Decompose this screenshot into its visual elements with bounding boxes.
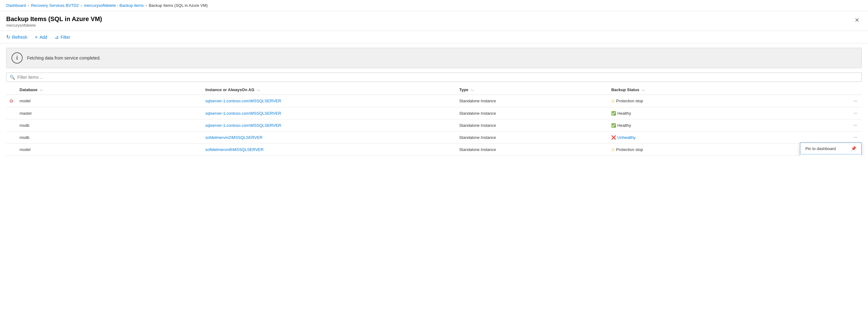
row-status-icon bbox=[6, 119, 17, 132]
col-backup-status: Backup Status ↑↓ bbox=[608, 85, 777, 95]
table-row: mastersqlserver-1.contoso.com\MSSQLSERVE… bbox=[6, 107, 862, 119]
filter-icon: ⊿ bbox=[55, 34, 59, 40]
col-actions bbox=[777, 85, 862, 95]
table-row: msdbsqlserver-1.contoso.com\MSSQLSERVERS… bbox=[6, 119, 862, 132]
search-icon: 🔍 bbox=[10, 75, 15, 80]
close-button[interactable]: ✕ bbox=[852, 15, 862, 25]
col-icon bbox=[6, 85, 17, 95]
sort-icon-type[interactable]: ↑↓ bbox=[471, 88, 474, 92]
ellipsis-button[interactable]: ··· bbox=[852, 135, 859, 140]
cell-instance[interactable]: sqlserver-1.contoso.com\MSSQLSERVER bbox=[202, 107, 456, 119]
cell-instance[interactable]: sofdelmervm2\MSSQLSERVER bbox=[202, 132, 456, 143]
info-bar: i Fetching data from service completed. bbox=[6, 48, 862, 68]
breadcrumb-recovery[interactable]: Recovery Services BVTD2 bbox=[31, 3, 79, 8]
cell-type: Standalone Instance bbox=[456, 107, 608, 119]
row-status-icon bbox=[6, 132, 17, 143]
cell-instance[interactable]: softdelmervm6\MSSQLSERVER bbox=[202, 143, 456, 156]
cell-database: msdb bbox=[17, 119, 202, 132]
filter-input[interactable] bbox=[18, 75, 858, 80]
instance-link[interactable]: sqlserver-1.contoso.com\MSSQLSERVER bbox=[205, 123, 281, 128]
cell-database: master bbox=[17, 107, 202, 119]
context-menu-item[interactable]: Pin to dashboard📌 bbox=[800, 143, 862, 154]
filter-button[interactable]: ⊿ Filter bbox=[55, 34, 70, 40]
healthy-icon: ✅ bbox=[611, 123, 617, 128]
status-text: Healthy bbox=[617, 111, 631, 116]
warning-icon: ⚠ bbox=[611, 147, 616, 152]
context-menu-item[interactable]: Backup now bbox=[800, 154, 862, 156]
refresh-label: Refresh bbox=[12, 35, 27, 40]
instance-link[interactable]: softdelmervm6\MSSQLSERVER bbox=[205, 147, 264, 152]
cell-backup-status: ✅ Healthy bbox=[608, 107, 777, 119]
stop-icon: ⊖ bbox=[9, 98, 13, 104]
breadcrumb-backup-items[interactable]: mercurysoftdelete - Backup items bbox=[84, 3, 144, 8]
sort-icon-status[interactable]: ↑↓ bbox=[642, 88, 645, 92]
cell-database: model bbox=[17, 143, 202, 156]
refresh-button[interactable]: ↻ Refresh bbox=[6, 34, 27, 40]
cell-database: model bbox=[17, 95, 202, 107]
cell-instance[interactable]: sqlserver-1.contoso.com\MSSQLSERVER bbox=[202, 119, 456, 132]
ellipsis-button[interactable]: ··· bbox=[852, 123, 859, 128]
add-label: Add bbox=[39, 35, 47, 40]
page-title: Backup Items (SQL in Azure VM) bbox=[6, 15, 102, 23]
cell-instance[interactable]: sqlserver-1.contoso.com\MSSQLSERVER bbox=[202, 95, 456, 107]
add-icon: + bbox=[35, 34, 37, 40]
status-text: Protection stop bbox=[616, 147, 643, 152]
table-container: Database ↑↓ Instance or AlwaysOn AG ↑↓ T… bbox=[6, 85, 862, 156]
page-header: Backup Items (SQL in Azure VM) mercuryso… bbox=[0, 11, 868, 31]
instance-link[interactable]: sqlserver-1.contoso.com\MSSQLSERVER bbox=[205, 99, 281, 103]
row-status-icon bbox=[6, 107, 17, 119]
page-subtitle: mercurysoftdelete bbox=[6, 23, 102, 28]
unhealthy-icon: ❌ bbox=[611, 135, 617, 140]
col-instance: Instance or AlwaysOn AG ↑↓ bbox=[202, 85, 456, 95]
add-button[interactable]: + Add bbox=[35, 34, 47, 40]
instance-link[interactable]: sofdelmervm2\MSSQLSERVER bbox=[205, 135, 262, 140]
col-database: Database ↑↓ bbox=[17, 85, 202, 95]
status-text: Healthy bbox=[617, 123, 631, 128]
col-type: Type ↑↓ bbox=[456, 85, 608, 95]
cell-type: Standalone Instance bbox=[456, 143, 608, 156]
breadcrumb-current: Backup Items (SQL in Azure VM) bbox=[149, 3, 208, 8]
cell-type: Standalone Instance bbox=[456, 119, 608, 132]
status-text: Protection stop bbox=[616, 99, 643, 103]
ellipsis-button[interactable]: ··· bbox=[852, 110, 859, 116]
warning-icon: ⚠ bbox=[611, 99, 616, 103]
cell-backup-status: ✅ Healthy bbox=[608, 119, 777, 132]
table-row: msdbsofdelmervm2\MSSQLSERVERStandalone I… bbox=[6, 132, 862, 143]
refresh-icon: ↻ bbox=[6, 34, 10, 40]
breadcrumb: Dashboard › Recovery Services BVTD2 › me… bbox=[0, 0, 868, 11]
cell-database: msdb bbox=[17, 132, 202, 143]
cell-actions: ··· bbox=[777, 119, 862, 132]
ellipsis-button[interactable]: ··· bbox=[852, 98, 859, 104]
context-menu: Pin to dashboard📌Backup nowRestoreStop b… bbox=[800, 142, 862, 156]
filter-label: Filter bbox=[61, 35, 70, 40]
table-row: modelsoftdelmervm6\MSSQLSERVERStandalone… bbox=[6, 143, 862, 156]
table-header-row: Database ↑↓ Instance or AlwaysOn AG ↑↓ T… bbox=[6, 85, 862, 95]
breadcrumb-dashboard[interactable]: Dashboard bbox=[6, 3, 26, 8]
pin-icon: 📌 bbox=[851, 146, 856, 151]
row-status-icon bbox=[6, 143, 17, 156]
cell-actions: ··· bbox=[777, 95, 862, 107]
sort-icon-instance[interactable]: ↑↓ bbox=[257, 88, 260, 92]
toolbar: ↻ Refresh + Add ⊿ Filter bbox=[0, 31, 868, 43]
instance-link[interactable]: sqlserver-1.contoso.com\MSSQLSERVER bbox=[205, 111, 281, 116]
cell-backup-status: ❌ Unhealthy bbox=[608, 132, 777, 143]
info-message: Fetching data from service completed. bbox=[27, 56, 100, 61]
backup-items-table: Database ↑↓ Instance or AlwaysOn AG ↑↓ T… bbox=[6, 85, 862, 156]
status-text: Unhealthy bbox=[617, 135, 636, 140]
sort-icon-database[interactable]: ↑↓ bbox=[40, 88, 43, 92]
cell-type: Standalone Instance bbox=[456, 95, 608, 107]
cell-type: Standalone Instance bbox=[456, 132, 608, 143]
cell-actions: ··· bbox=[777, 132, 862, 143]
cell-actions: ··· bbox=[777, 107, 862, 119]
table-row: ⊖modelsqlserver-1.contoso.com\MSSQLSERVE… bbox=[6, 95, 862, 107]
filter-bar[interactable]: 🔍 bbox=[6, 73, 862, 82]
info-icon: i bbox=[11, 53, 23, 64]
row-status-icon: ⊖ bbox=[6, 95, 17, 107]
cell-backup-status: ⚠ Protection stop bbox=[608, 143, 777, 156]
menu-item-label: Pin to dashboard bbox=[805, 146, 836, 151]
healthy-icon: ✅ bbox=[611, 111, 617, 116]
cell-backup-status: ⚠ Protection stop bbox=[608, 95, 777, 107]
